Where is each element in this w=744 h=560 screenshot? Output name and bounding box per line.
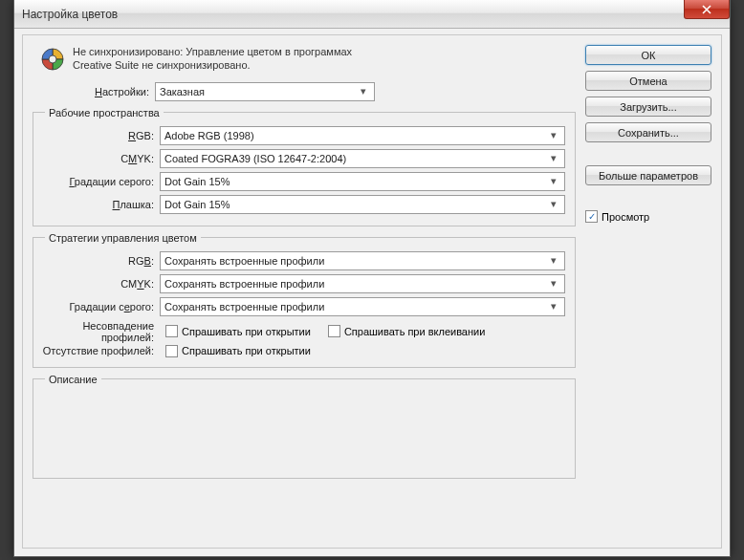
- ask-open-missing-label: Спрашивать при открытии: [182, 345, 311, 356]
- save-button[interactable]: Сохранить...: [585, 122, 711, 142]
- ask-open-mismatch-checkbox[interactable]: [165, 325, 178, 337]
- ok-button[interactable]: ОК: [585, 45, 711, 65]
- description-legend: Описание: [45, 374, 101, 385]
- gray-dropdown[interactable]: Dot Gain 15% ▾: [160, 172, 565, 191]
- settings-dropdown[interactable]: Заказная ▾: [155, 82, 375, 101]
- chevron-down-icon: ▾: [546, 174, 560, 188]
- load-button[interactable]: Загрузить...: [585, 97, 711, 117]
- description-fieldset: Описание: [33, 374, 576, 479]
- more-options-button[interactable]: Больше параметров: [585, 165, 711, 185]
- window-title: Настройка цветов: [22, 8, 118, 21]
- chevron-down-icon: ▾: [356, 84, 370, 98]
- spot-label: Плашка:: [37, 199, 160, 210]
- policies-fieldset: Стратегии управления цветом RGB: Сохраня…: [33, 232, 576, 368]
- missing-label: Отсутствие профилей:: [37, 345, 160, 356]
- working-spaces-legend: Рабочие пространства: [45, 107, 164, 118]
- policy-gray-label: Градации серого:: [37, 301, 160, 312]
- rgb-dropdown[interactable]: Adobe RGB (1998) ▾: [160, 126, 565, 145]
- close-button[interactable]: [684, 0, 730, 19]
- policies-legend: Стратегии управления цветом: [45, 232, 201, 244]
- svg-point-0: [49, 55, 56, 63]
- policy-rgb-label: RGB:: [37, 255, 160, 267]
- dialog-content: Не синхронизировано: Управление цветом в…: [22, 34, 722, 549]
- sync-status-text: Не синхронизировано: Управление цветом в…: [73, 45, 379, 73]
- chevron-down-icon: ▾: [546, 128, 560, 142]
- close-icon: [702, 5, 711, 14]
- preview-checkbox[interactable]: [585, 210, 598, 223]
- titlebar: Настройка цветов: [14, 0, 730, 29]
- ask-open-mismatch-label: Спрашивать при открытии: [182, 326, 311, 337]
- working-spaces-fieldset: Рабочие пространства RGB: Adobe RGB (199…: [33, 107, 576, 226]
- color-settings-dialog: Настройка цветов Не синхронизировано: Уп…: [13, 0, 731, 557]
- policy-gray-dropdown[interactable]: Сохранять встроенные профили ▾: [160, 297, 565, 316]
- rgb-label: RGB:: [37, 130, 160, 141]
- settings-label: Настройки:: [33, 86, 155, 97]
- chevron-down-icon: ▾: [546, 299, 560, 313]
- spot-dropdown[interactable]: Dot Gain 15% ▾: [160, 195, 565, 214]
- chevron-down-icon: ▾: [546, 151, 560, 165]
- chevron-down-icon: ▾: [546, 276, 560, 291]
- cmyk-label: CMYK:: [37, 153, 160, 164]
- policy-cmyk-label: CMYK:: [37, 278, 160, 290]
- policy-cmyk-dropdown[interactable]: Сохранять встроенные профили ▾: [160, 274, 565, 293]
- preview-label: Просмотр: [602, 211, 649, 223]
- sync-warning-icon: [40, 47, 65, 72]
- chevron-down-icon: ▾: [546, 253, 560, 268]
- mismatch-label: Несовпадение профилей:: [37, 320, 160, 343]
- policy-rgb-dropdown[interactable]: Сохранять встроенные профили ▾: [160, 251, 565, 270]
- chevron-down-icon: ▾: [546, 197, 560, 211]
- cancel-button[interactable]: Отмена: [585, 71, 711, 91]
- cmyk-dropdown[interactable]: Coated FOGRA39 (ISO 12647-2:2004) ▾: [160, 149, 565, 168]
- ask-paste-checkbox[interactable]: [328, 325, 340, 337]
- gray-label: Градации серого:: [37, 176, 160, 187]
- ask-open-missing-checkbox[interactable]: [165, 345, 178, 357]
- ask-paste-label: Спрашивать при вклеивании: [344, 326, 485, 337]
